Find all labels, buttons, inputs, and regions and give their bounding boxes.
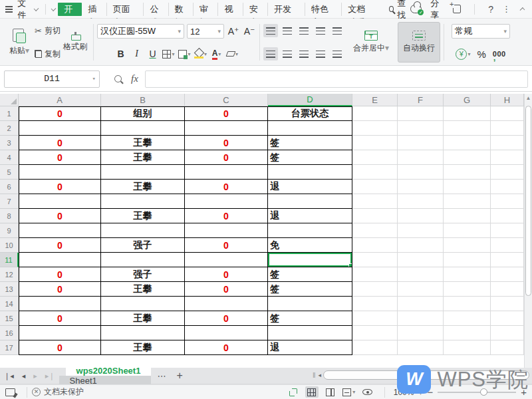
cell-C2[interactable] xyxy=(185,121,268,136)
cell-E5[interactable] xyxy=(352,165,398,180)
row-header-1[interactable]: 1 xyxy=(0,106,19,121)
currency-button[interactable]: ¥▾ xyxy=(456,47,470,61)
cell-A3[interactable]: 0 xyxy=(19,136,101,150)
cell-B6[interactable]: 王攀 xyxy=(101,180,185,194)
cell-D2[interactable] xyxy=(268,121,352,136)
cell-F11[interactable] xyxy=(398,253,444,267)
cell-H2[interactable] xyxy=(491,121,524,136)
cell-G9[interactable] xyxy=(444,223,491,238)
font-color-button[interactable]: A▾ xyxy=(210,47,223,61)
cell-B11[interactable] xyxy=(101,253,185,267)
cell-D13[interactable]: 签 xyxy=(268,282,352,297)
cell-F5[interactable] xyxy=(398,165,444,180)
column-header-B[interactable]: B xyxy=(101,94,185,106)
align-right-button[interactable] xyxy=(297,47,311,61)
borders-button[interactable]: ▾ xyxy=(162,47,176,61)
cell-B15[interactable]: 王攀 xyxy=(101,311,185,326)
column-header-G[interactable]: G xyxy=(444,94,491,106)
shrink-font-button[interactable]: A⁻ xyxy=(243,25,256,38)
cell-G2[interactable] xyxy=(444,121,491,136)
cell-D1[interactable]: 台票状态 xyxy=(268,106,352,121)
percent-button[interactable]: % xyxy=(477,49,485,60)
cell-E15[interactable] xyxy=(352,311,398,326)
row-header-7[interactable]: 7 xyxy=(0,194,19,209)
grow-font-button[interactable]: A⁺ xyxy=(227,25,240,38)
format-painter-button[interactable]: 格式刷 xyxy=(61,22,90,63)
cell-A16[interactable] xyxy=(19,326,101,340)
cell-E16[interactable] xyxy=(352,326,398,340)
cell-A4[interactable]: 0 xyxy=(19,150,101,165)
cell-F1[interactable] xyxy=(398,106,444,121)
cell-G4[interactable] xyxy=(444,150,491,165)
cell-B5[interactable] xyxy=(101,165,185,180)
add-sheet-button[interactable]: + xyxy=(172,370,186,382)
cell-E9[interactable] xyxy=(352,223,398,238)
cell-B9[interactable] xyxy=(101,223,185,238)
vertical-scrollbar-thumb[interactable] xyxy=(525,106,531,296)
row-header-5[interactable]: 5 xyxy=(0,165,19,180)
vertical-scrollbar[interactable]: ▲ xyxy=(524,94,532,368)
cell-E8[interactable] xyxy=(352,209,398,223)
row-header-2[interactable]: 2 xyxy=(0,121,19,136)
row-header-11[interactable]: 11 xyxy=(0,253,19,267)
merge-center-button[interactable]: 合并居中▾ xyxy=(348,22,394,63)
row-header-14[interactable]: 14 xyxy=(0,297,19,311)
cell-D17[interactable]: 退 xyxy=(268,340,352,355)
ribbon-tab-页面布局[interactable]: 页面布局 xyxy=(107,3,144,16)
row-header-15[interactable]: 15 xyxy=(0,311,19,326)
cell-G14[interactable] xyxy=(444,297,491,311)
cell-E17[interactable] xyxy=(352,340,398,355)
cell-C11[interactable] xyxy=(185,253,268,267)
cell-D15[interactable]: 签 xyxy=(268,311,352,326)
cell-H11[interactable] xyxy=(491,253,524,267)
cell-G8[interactable] xyxy=(444,209,491,223)
justify-button[interactable] xyxy=(313,47,328,61)
underline-button[interactable]: U xyxy=(146,47,160,61)
full-screen-view-button[interactable] xyxy=(287,386,300,398)
cell-H17[interactable] xyxy=(491,340,524,355)
cell-E10[interactable] xyxy=(352,238,398,253)
cell-C6[interactable]: 0 xyxy=(185,180,268,194)
cell-D5[interactable] xyxy=(268,165,352,180)
cell-A9[interactable] xyxy=(19,223,101,238)
insert-function-button[interactable]: fx xyxy=(131,73,138,84)
cell-G6[interactable] xyxy=(444,180,491,194)
column-header-F[interactable]: F xyxy=(398,94,444,106)
cell-H4[interactable] xyxy=(491,150,524,165)
ribbon-tab-审阅[interactable]: 审阅 xyxy=(194,3,218,16)
eraser-button[interactable]: ▾ xyxy=(226,47,239,61)
cut-button[interactable]: ✂ 剪切 xyxy=(35,24,61,37)
cell-A8[interactable]: 0 xyxy=(19,209,101,223)
cell-E13[interactable] xyxy=(352,282,398,297)
first-sheet-icon[interactable]: ❘◂ xyxy=(0,372,18,380)
cell-H6[interactable] xyxy=(491,180,524,194)
cell-G15[interactable] xyxy=(444,311,491,326)
cell-G3[interactable] xyxy=(444,136,491,150)
cell-A12[interactable]: 0 xyxy=(19,267,101,282)
cell-F12[interactable] xyxy=(398,267,444,282)
more-options-icon[interactable]: ⋮ xyxy=(502,4,511,14)
cell-G10[interactable] xyxy=(444,238,491,253)
row-header-6[interactable]: 6 xyxy=(0,180,19,194)
cell-style-button[interactable]: ▾ xyxy=(178,47,192,61)
cell-G1[interactable] xyxy=(444,106,491,121)
cell-H9[interactable] xyxy=(491,223,524,238)
cell-H8[interactable] xyxy=(491,209,524,223)
cell-A13[interactable]: 0 xyxy=(19,282,101,297)
share-button[interactable]: 分享 xyxy=(430,0,444,21)
cell-D12[interactable]: 签 xyxy=(268,267,352,282)
cell-G16[interactable] xyxy=(444,326,491,340)
cell-H5[interactable] xyxy=(491,165,524,180)
ribbon-tab-开始[interactable]: 开始 xyxy=(58,3,82,16)
quick-access-chevron-icon[interactable] xyxy=(51,6,57,11)
cell-B17[interactable]: 王攀 xyxy=(101,340,185,355)
cell-A11[interactable] xyxy=(19,253,101,267)
cell-E1[interactable] xyxy=(352,106,398,121)
cell-C3[interactable]: 0 xyxy=(185,136,268,150)
ribbon-tab-数据[interactable]: 数据 xyxy=(169,3,194,16)
cell-F8[interactable] xyxy=(398,209,444,223)
search-box[interactable]: 查找 xyxy=(389,0,410,21)
row-header-8[interactable]: 8 xyxy=(0,209,19,223)
cell-F13[interactable] xyxy=(398,282,444,297)
cell-A17[interactable]: 0 xyxy=(19,340,101,355)
